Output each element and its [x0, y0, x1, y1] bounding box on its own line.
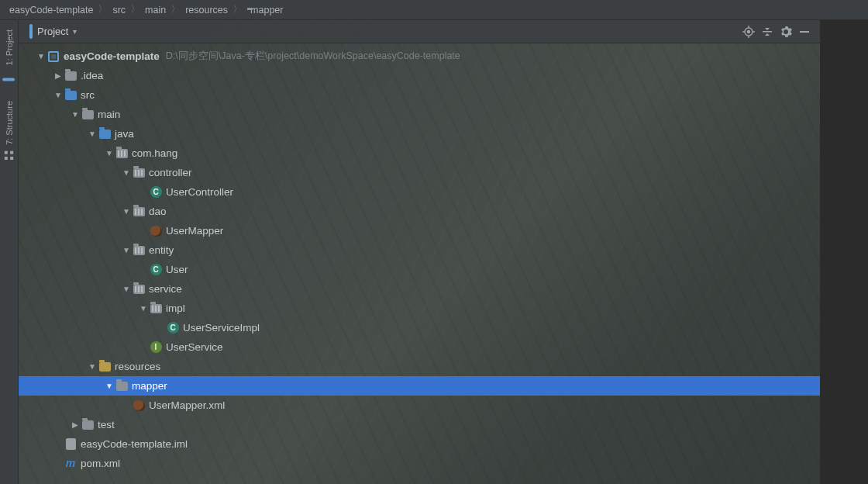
node-label: com.hang [132, 147, 177, 159]
node-icon [132, 399, 146, 413]
project-toolbar: Project ▾ [19, 20, 820, 43]
expand-arrow-icon[interactable]: ▼ [121, 168, 132, 177]
tree-node[interactable]: mpom.xml [19, 454, 820, 473]
body: 1: Project 7: Structure Project ▾ [0, 20, 868, 484]
crumb-label: easyCode-template [9, 5, 93, 16]
tree-node[interactable]: ▼mapper [19, 376, 820, 396]
crumb-sep: 〉 [129, 3, 142, 16]
crumb-label: src [112, 5, 126, 16]
module-icon [46, 50, 60, 64]
node-label: impl [166, 302, 185, 314]
tree-node[interactable]: ▼com.hang [19, 143, 820, 163]
project-tree[interactable]: ▼easyCode-templateD:\同步空间\Java-专栏\projec… [19, 43, 820, 481]
node-icon: m [64, 457, 78, 471]
tree-node[interactable]: CUser [19, 260, 820, 279]
tree-node[interactable]: UserMapper.xml [19, 396, 820, 415]
crumb-sep: 〉 [231, 3, 244, 16]
node-icon: C [149, 263, 163, 277]
tree-node[interactable]: ▼java [19, 124, 820, 143]
node-icon [81, 418, 95, 432]
node-icon [98, 127, 112, 141]
collapse-all-icon[interactable] [758, 22, 777, 41]
expand-arrow-icon[interactable]: ▼ [138, 304, 149, 313]
expand-arrow-icon[interactable]: ▶ [53, 71, 64, 80]
node-icon [149, 302, 163, 316]
tree-node[interactable]: easyCode-template.iml [19, 434, 820, 454]
tree-node[interactable]: ▼impl [19, 299, 820, 318]
tree-node[interactable]: ▼entity [19, 240, 820, 260]
expand-arrow-icon[interactable]: ▶ [70, 420, 81, 429]
node-icon: I [149, 341, 163, 354]
crumb-0[interactable]: easyCode-template [6, 5, 96, 16]
node-icon [132, 282, 146, 296]
expand-arrow-icon[interactable]: ▼ [121, 285, 132, 293]
crumb-3[interactable]: resources [182, 5, 231, 16]
project-icon [29, 26, 33, 37]
gutter-tab-structure[interactable]: 7: Structure [2, 96, 16, 165]
svg-rect-10 [800, 31, 809, 33]
svg-rect-0 [10, 157, 13, 160]
gutter-tab-project[interactable]: 1: Project [2, 25, 16, 85]
expand-arrow-icon[interactable]: ▼ [104, 149, 115, 157]
node-label: resources [115, 361, 160, 372]
tree-node[interactable]: UserMapper [19, 221, 820, 240]
node-label: UserMapper.xml [149, 399, 225, 411]
gutter-tab-label: 7: Structure [5, 101, 14, 145]
expand-arrow-icon[interactable]: ▼ [36, 52, 46, 60]
tree-node[interactable]: ▼main [19, 105, 820, 124]
crumb-sep: 〉 [169, 3, 182, 16]
gutter-tab-label: 1: Project [5, 29, 14, 65]
project-view-selector[interactable]: Project ▾ [25, 24, 81, 39]
tree-node[interactable]: CUserServiceImpl [19, 318, 820, 337]
tree-node[interactable]: CUserController [19, 182, 820, 202]
svg-rect-3 [4, 151, 7, 154]
tree-node[interactable]: ▼controller [19, 163, 820, 182]
locate-icon[interactable] [739, 22, 758, 41]
node-label: service [149, 283, 182, 295]
tree-node[interactable]: ▼resources [19, 357, 820, 376]
tree-node[interactable]: IUserService [19, 337, 820, 357]
breadcrumb: easyCode-template 〉 src 〉 main 〉 resourc… [0, 0, 868, 20]
expand-arrow-icon[interactable]: ▼ [70, 110, 81, 119]
tree-node[interactable]: ▶test [19, 415, 820, 434]
node-label: mapper [132, 380, 167, 392]
node-icon [64, 88, 78, 102]
expand-arrow-icon[interactable]: ▼ [87, 362, 98, 371]
tree-node[interactable]: ▶.idea [19, 66, 820, 85]
node-icon [132, 166, 146, 180]
crumb-2[interactable]: main [142, 5, 169, 16]
node-icon [149, 224, 163, 238]
left-tool-gutter: 1: Project 7: Structure [0, 20, 19, 484]
project-icon [4, 70, 15, 81]
tree-root[interactable]: ▼easyCode-templateD:\同步空间\Java-专栏\projec… [19, 47, 820, 66]
node-icon [64, 69, 78, 83]
tree-node[interactable]: ▼src [19, 85, 820, 105]
node-icon [64, 437, 78, 451]
expand-arrow-icon[interactable]: ▼ [121, 207, 132, 216]
node-label: pom.xml [81, 458, 120, 469]
crumb-1[interactable]: src [109, 5, 129, 16]
settings-icon[interactable] [777, 22, 795, 41]
node-label: src [81, 89, 95, 101]
structure-icon [4, 150, 15, 161]
expand-arrow-icon[interactable]: ▼ [87, 130, 98, 138]
crumb-4[interactable]: mapper [244, 5, 286, 16]
crumb-label: mapper [250, 5, 283, 16]
right-gutter [820, 20, 868, 484]
node-icon [132, 205, 146, 219]
node-label: easyCode-template.iml [81, 438, 188, 450]
expand-arrow-icon[interactable]: ▼ [121, 246, 132, 254]
node-label: UserMapper [166, 225, 223, 237]
expand-arrow-icon[interactable]: ▼ [53, 91, 64, 99]
expand-arrow-icon[interactable]: ▼ [104, 382, 115, 390]
node-icon [132, 244, 146, 258]
crumb-sep: 〉 [96, 3, 109, 16]
tree-node[interactable]: ▼dao [19, 202, 820, 221]
tree-node[interactable]: ▼service [19, 279, 820, 299]
node-label: entity [149, 244, 174, 256]
node-label: main [98, 109, 120, 120]
svg-rect-2 [10, 151, 13, 154]
node-label: test [98, 419, 115, 430]
hide-icon[interactable] [795, 22, 814, 41]
svg-point-5 [747, 30, 749, 33]
